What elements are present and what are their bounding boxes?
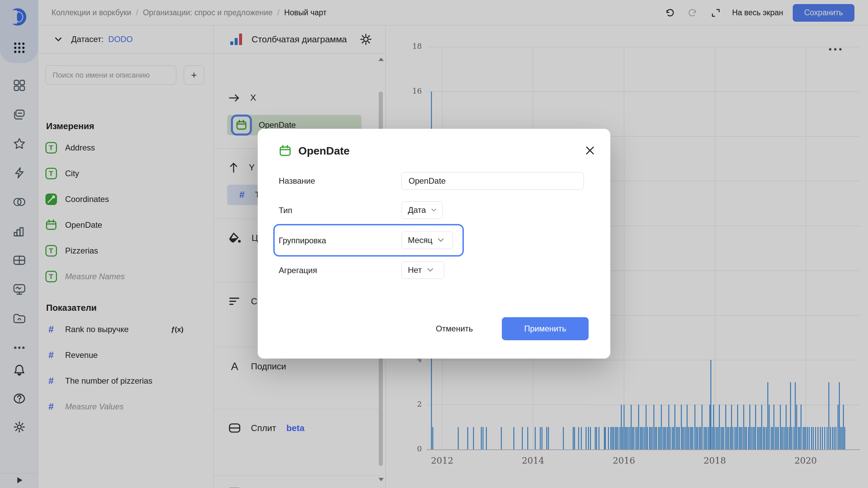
grouping-select[interactable]: Месяц (401, 231, 453, 249)
aggregation-select-value: Нет (408, 265, 422, 275)
apply-button[interactable]: Применить (502, 317, 589, 340)
grouping-select-value: Месяц (408, 236, 432, 245)
chevron-down-icon (438, 238, 444, 242)
field-settings-dialog: OpenDate Название Тип Дата Группировка М… (258, 129, 610, 359)
name-input[interactable] (401, 172, 584, 190)
type-select[interactable]: Дата (401, 201, 443, 219)
name-field-label: Название (279, 176, 315, 186)
type-select-value: Дата (408, 205, 426, 215)
grouping-field-label: Группировка (279, 236, 326, 245)
chevron-down-icon (431, 208, 436, 212)
cancel-button[interactable]: Отменить (431, 317, 478, 340)
datalens-chart-editor: Коллекции и воркбуки / Организации: спро… (0, 0, 868, 488)
dialog-title: OpenDate (298, 145, 350, 157)
type-field-label: Тип (279, 206, 292, 215)
chevron-down-icon (427, 268, 433, 272)
close-icon[interactable] (584, 144, 596, 157)
calendar-icon (279, 144, 292, 157)
aggregation-field-label: Агрегация (279, 266, 317, 275)
aggregation-select[interactable]: Нет (401, 261, 444, 279)
